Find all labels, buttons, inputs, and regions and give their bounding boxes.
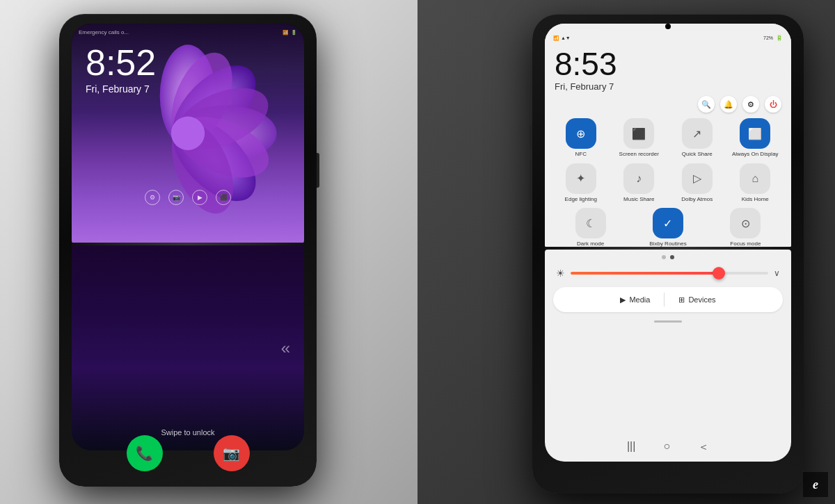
devices-icon: ⊞ [678,295,685,304]
edge-lighting-label: Edge lighting [565,196,597,203]
chevron-icon: « [281,339,290,358]
phone-left: Emergency calls o... 📶 🔋 8:52 Fri, Febru… [59,14,317,487]
quick-settings-row2: ✦ Edge lighting ♪ Music Share ▷ Dolby At… [545,161,791,206]
phone-right: 📶 ▲▼ 72% 🔋 8:53 Fri, February 7 🔍 🔔 [532,14,804,494]
quick-settings-row1: ⊕ NFC ⬛ Screen recorder ↗ Quick Share [545,115,791,161]
brightness-expand-icon[interactable]: ∨ [774,268,780,278]
lockscreen-shortcut-icons: ⚙ 📷 ▶ ⬛ [145,190,231,205]
right-edge-button-mid [530,160,532,202]
home-nav-icon[interactable]: ○ [663,440,670,455]
nav-handle [654,320,682,323]
recents-nav-icon[interactable]: ||| [627,440,635,455]
lower-screen-bg: « Swipe to unlock [72,245,304,450]
qs-always-on[interactable]: ⬜ Always On Display [729,118,782,158]
brightness-control[interactable]: ☀ ∨ [545,265,791,282]
nfc-icon: ⊕ [566,118,596,149]
camera-hole [665,24,671,29]
qs-dark-mode[interactable]: ☾ Dark mode [555,208,626,247]
qs-focus-mode[interactable]: ⊙ Focus mode [710,208,781,247]
back-nav-icon[interactable]: ＜ [698,440,709,455]
camera-button[interactable]: 📷 [214,435,250,471]
kids-home-label: Kids Home [742,196,769,203]
media-button[interactable]: ▶ Media [620,295,650,304]
notification-panel-upper: 📶 ▲▼ 72% 🔋 8:53 Fri, February 7 🔍 🔔 [545,24,791,247]
notification-panel-lower: ☀ ∨ ▶ Media ⊞ [545,250,791,462]
brightness-slider-track[interactable] [571,272,768,275]
dolby-atmos-label: Dolby Atmos [681,196,713,203]
phone-call-button[interactable]: 📞 [127,435,163,471]
always-on-icon: ⬜ [740,118,770,149]
settings-button[interactable]: ⚙ [742,96,759,113]
battery-percent: 72% [763,35,773,40]
lockscreen-background: Emergency calls o... 📶 🔋 8:52 Fri, Febru… [72,24,304,243]
qs-screen-recorder[interactable]: ⬛ Screen recorder [613,118,666,158]
brightness-thumb[interactable] [713,267,725,279]
phone-icon: 📞 [136,445,153,462]
media-devices-divider [664,293,665,307]
lockscreen-lower: « Swipe to unlock [72,245,304,450]
date-display: Fri, February 7 [86,83,156,95]
media-play-icon: ▶ [620,295,626,304]
nfc-label: NFC [575,151,587,158]
right-edge-button-top [530,125,532,149]
status-bar: 📶 ▲▼ 72% 🔋 [545,33,791,42]
phone-left-body: Emergency calls o... 📶 🔋 8:52 Fri, Febru… [59,14,317,487]
devices-label: Devices [688,295,715,304]
right-status-icons: 72% 🔋 [763,35,783,41]
lower-panel: ☀ ∨ ▶ Media ⊞ [545,250,791,462]
music-share-label: Music Share [623,196,654,203]
camera-icon: 📷 [223,445,240,462]
screen-recorder-icon: ⬛ [623,118,654,149]
devices-button[interactable]: ⊞ Devices [678,295,715,304]
lockscreen-upper: Emergency calls o... 📶 🔋 8:52 Fri, Febru… [72,24,304,243]
more-shortcut-icon[interactable]: ⬛ [216,190,231,205]
svg-point-8 [171,117,205,150]
power-button[interactable]: ⏻ [765,96,781,113]
page-indicator [545,250,791,265]
page-dot-1 [662,255,666,259]
qs-edge-lighting[interactable]: ✦ Edge lighting [555,163,607,203]
music-shortcut-icon[interactable]: ▶ [192,190,207,205]
search-button[interactable]: 🔍 [698,96,715,113]
quick-share-icon: ↗ [682,118,713,149]
dolby-atmos-icon: ▷ [682,163,713,194]
qs-quick-share[interactable]: ↗ Quick Share [671,118,724,158]
lockscreen-topbar: Emergency calls o... 📶 🔋 [79,29,297,35]
quick-action-row: 🔍 🔔 ⚙ ⏻ [545,92,791,115]
notification-panel: 📶 ▲▼ 72% 🔋 8:53 Fri, February 7 🔍 🔔 [545,24,791,247]
photo-container: Emergency calls o... 📶 🔋 8:52 Fri, Febru… [0,0,835,504]
emergency-calls-text: Emergency calls o... [79,29,129,35]
alert-button[interactable]: 🔔 [720,96,737,113]
qs-bixby-routines[interactable]: ✓ Bixby Routines [632,208,703,247]
lockscreen-time-area: 8:52 Fri, February 7 [86,44,156,95]
battery-icon: 🔋 [776,35,783,41]
kids-home-icon: ⌂ [740,163,770,194]
quick-settings-row3: ☾ Dark mode ✓ Bixby Routines ⊙ Focus mod… [545,205,791,247]
media-devices-row: ▶ Media ⊞ Devices [553,287,783,312]
settings-shortcut-icon[interactable]: ⚙ [145,190,160,205]
signal-icon: 📶 ▲▼ [553,35,571,41]
status-icons: 📶 🔋 [283,30,297,35]
right-time-display: 8:53 [555,48,781,80]
always-on-label: Always On Display [732,151,779,158]
bixby-routines-icon: ✓ [653,208,683,238]
edge-lighting-icon: ✦ [566,163,596,194]
left-edge-button [317,153,319,188]
page-dot-2 [670,255,674,259]
dark-mode-icon: ☾ [575,208,606,238]
right-date-display: Fri, February 7 [555,81,781,92]
phone-right-body: 📶 ▲▼ 72% 🔋 8:53 Fri, February 7 🔍 🔔 [532,14,804,494]
notification-time-area: 8:53 Fri, February 7 [545,45,791,92]
brightness-icon: ☀ [556,268,565,279]
media-label: Media [629,295,650,304]
qs-dolby-atmos[interactable]: ▷ Dolby Atmos [671,163,724,203]
bottom-buttons: 📞 📷 [59,435,317,471]
qs-nfc[interactable]: ⊕ NFC [555,118,607,158]
focus-mode-icon: ⊙ [730,208,761,238]
time-display: 8:52 [86,44,156,81]
qs-music-share[interactable]: ♪ Music Share [613,163,666,203]
qs-kids-home[interactable]: ⌂ Kids Home [729,163,782,203]
photo-shortcut-icon[interactable]: 📷 [168,190,184,205]
navigation-bar: ||| ○ ＜ [545,433,791,462]
quick-share-label: Quick Share [682,151,713,158]
